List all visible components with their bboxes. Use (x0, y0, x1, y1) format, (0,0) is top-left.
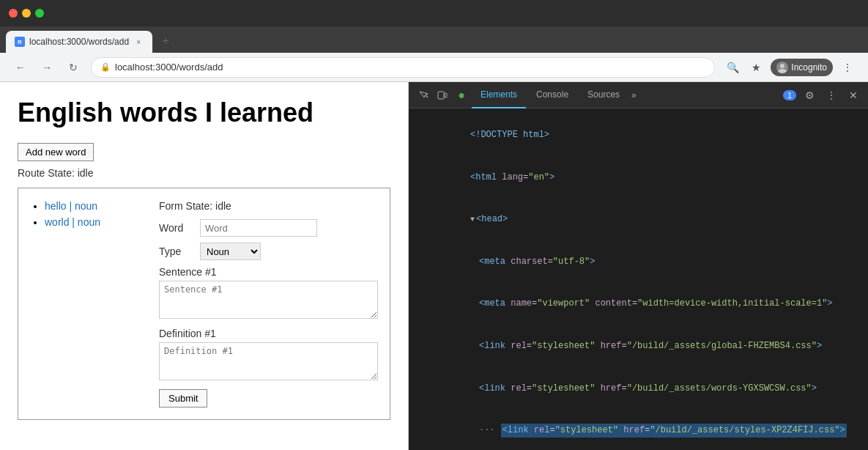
devtools-more-icon[interactable]: ⋮ (823, 86, 840, 104)
svg-rect-2 (438, 92, 444, 99)
tab-favicon: R (15, 37, 25, 47)
devtools-tabs: ● Elements Console Sources » 1 ⚙ ⋮ ✕ (409, 82, 868, 108)
head-tag: <head> (476, 214, 508, 224)
svg-rect-3 (445, 93, 447, 97)
type-select[interactable]: Noun Verb Adjective (200, 243, 261, 260)
route-state: Route State: idle (18, 167, 390, 179)
words-ul: hello | noun world | noun (30, 200, 147, 228)
maximize-traffic-light[interactable] (35, 9, 44, 18)
incognito-button[interactable]: Incognito (771, 59, 833, 76)
devtools-badge: 1 (783, 90, 796, 100)
lang-attr: lang (502, 172, 523, 182)
eq1: = (548, 257, 553, 267)
type-label: Type (159, 246, 196, 257)
svg-point-0 (780, 64, 784, 68)
meta-end: > (590, 257, 595, 267)
tab-sources[interactable]: Sources (579, 82, 628, 108)
word-row: Word (159, 219, 378, 237)
devtools-code-view: <!DOCTYPE html> <html lang="en"> ▼<head>… (409, 108, 868, 450)
bookmark-icon[interactable]: ★ (747, 59, 765, 76)
url-text: localhost:3000/words/add (115, 62, 223, 73)
webpage-content: English words I learned Add new word Rou… (0, 82, 409, 450)
add-word-button[interactable]: Add new word (18, 143, 94, 161)
tab-bar: R localhost:3000/words/add × + (0, 26, 868, 53)
code-line-link1: <link rel="stylesheet" href="/build/_ass… (426, 325, 859, 368)
meta-charset-tag: <meta (479, 257, 511, 267)
sentence-textarea[interactable] (159, 281, 378, 319)
code-line-meta-viewport: <meta name="viewport" content="width=dev… (426, 283, 859, 325)
browser-window: R localhost:3000/words/add × + ← → ↻ 🔒 l… (0, 0, 868, 450)
devtools-settings-icon[interactable]: ⚙ (801, 86, 818, 104)
back-button[interactable]: ← (12, 59, 29, 76)
address-actions: 🔍 ★ Incognito ⋮ (724, 59, 856, 76)
code-line-html: <html lang="en"> (418, 157, 859, 199)
devtools-cursor-icon[interactable] (415, 86, 432, 104)
highlighted-link[interactable]: <link rel="stylesheet" href="/build/_ass… (501, 424, 847, 438)
tab-elements[interactable]: Elements (472, 82, 526, 108)
devtools-ellipsis-dots: ···<link rel="stylesheet" href="/build/_… (426, 410, 859, 450)
refresh-button[interactable]: ↻ (64, 59, 82, 76)
tab-close-button[interactable]: × (133, 37, 144, 47)
content-box: hello | noun world | noun Form State: id… (18, 188, 390, 420)
world-word-link[interactable]: world | noun (45, 216, 100, 228)
dots-icon: ··· (479, 425, 495, 435)
word-form: Form State: idle Word Type Noun Verb Adj… (159, 200, 378, 407)
list-item: world | noun (45, 216, 147, 228)
tab-more[interactable]: » (631, 90, 637, 100)
word-list: hello | noun world | noun (30, 200, 147, 407)
head-triangle[interactable]: ▼ (470, 215, 475, 224)
hello-word-link[interactable]: hello | noun (45, 200, 97, 212)
close-traffic-light[interactable] (9, 9, 18, 18)
code-line-head-open: ▼<head> (418, 199, 859, 241)
search-icon[interactable]: 🔍 (724, 59, 741, 76)
charset-attr: charset (511, 257, 547, 267)
devtools-right-actions: 1 ⚙ ⋮ ✕ (783, 86, 862, 104)
content-attr: content (595, 298, 631, 309)
tab-console[interactable]: Console (527, 82, 577, 108)
devtools-close-icon[interactable]: ✕ (845, 86, 862, 104)
html-tag: <html (470, 172, 502, 182)
form-state: Form State: idle (159, 200, 378, 212)
main-area: English words I learned Add new word Rou… (0, 82, 868, 450)
name-attr: name (511, 298, 532, 309)
title-bar (0, 0, 868, 26)
minimize-traffic-light[interactable] (22, 9, 31, 18)
forward-button[interactable]: → (38, 59, 56, 76)
charset-val: "utf-8" (553, 257, 590, 267)
code-line-meta-charset: <meta charset="utf-8"> (426, 241, 859, 284)
word-input[interactable] (200, 219, 317, 237)
new-tab-button[interactable]: + (155, 31, 176, 51)
devtools-panel: ● Elements Console Sources » 1 ⚙ ⋮ ✕ <!D… (409, 82, 868, 450)
name-val: "viewport" (537, 298, 590, 309)
devtools-circle-icon[interactable]: ● (453, 86, 470, 104)
word-label: Word (159, 222, 196, 234)
active-tab[interactable]: R localhost:3000/words/add × (6, 31, 152, 53)
meta-vp-tag: <meta (479, 298, 511, 309)
html-close-bracket: > (549, 172, 554, 182)
devtools-device-icon[interactable] (434, 86, 451, 104)
menu-icon[interactable]: ⋮ (839, 59, 856, 76)
svg-point-1 (778, 69, 787, 73)
definition-label: Definition #1 (159, 328, 378, 339)
code-line-doctype: <!DOCTYPE html> (418, 114, 859, 157)
lock-icon: 🔒 (100, 62, 111, 72)
lang-val: "en" (528, 172, 549, 182)
incognito-avatar-icon (776, 62, 788, 73)
definition-textarea[interactable] (159, 342, 378, 380)
list-item: hello | noun (45, 200, 147, 212)
url-bar[interactable]: 🔒 localhost:3000/words/add (91, 57, 715, 78)
type-row: Type Noun Verb Adjective (159, 243, 378, 260)
submit-button[interactable]: Submit (159, 389, 207, 407)
page-title: English words I learned (18, 97, 390, 128)
sentence-label: Sentence #1 (159, 266, 378, 278)
code-line-link2: <link rel="stylesheet" href="/build/_ass… (426, 367, 859, 410)
incognito-label: Incognito (791, 62, 827, 73)
address-bar: ← → ↻ 🔒 localhost:3000/words/add 🔍 ★ Inc… (0, 53, 868, 82)
doctype-tag: <!DOCTYPE html> (470, 130, 549, 140)
content-val: "width=device-width,initial-scale=1" (637, 298, 827, 309)
traffic-lights (9, 9, 44, 18)
tab-title: localhost:3000/words/add (29, 37, 129, 47)
